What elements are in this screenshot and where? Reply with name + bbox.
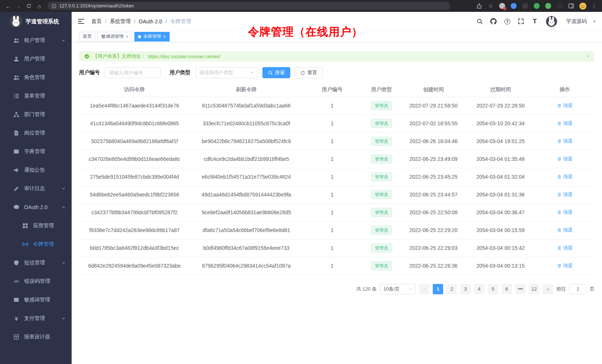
page-button-12[interactable]: 12 <box>529 284 539 294</box>
tab-close-icon[interactable]: × <box>126 34 128 39</box>
next-page-button[interactable]: › <box>543 284 553 294</box>
page-button-•••[interactable]: ••• <box>515 284 526 294</box>
extension-button-1[interactable] <box>497 1 507 11</box>
extension-button-5[interactable] <box>543 1 553 11</box>
sidebar-item-报表设计器[interactable]: 报表设计器 <box>0 328 72 346</box>
breadcrumb-separator: / <box>134 19 135 24</box>
browser-back-button[interactable]: ← <box>3 1 13 11</box>
page-button-3[interactable]: 3 <box>460 284 471 294</box>
force-logout-label: 强退 <box>563 138 573 145</box>
sidebar-item-令牌管理[interactable]: 令牌管理 <box>0 235 72 254</box>
help-button[interactable]: ? <box>503 17 511 26</box>
action-cell: 强退 <box>535 203 595 221</box>
action-cell: 强退 <box>535 132 595 150</box>
font-size-icon: T <box>533 18 537 25</box>
search-button[interactable] <box>476 17 484 26</box>
fullscreen-button[interactable] <box>517 17 525 26</box>
page-button-1[interactable]: 1 <box>433 284 443 294</box>
user-id-input[interactable] <box>105 67 161 78</box>
sidebar-item-通知公告[interactable]: 通知公告 <box>0 161 72 179</box>
pen-icon <box>13 186 19 192</box>
browser-reload-button[interactable] <box>24 1 34 11</box>
prev-page-button[interactable]: ‹ <box>419 284 429 294</box>
page-button-2[interactable]: 2 <box>446 284 457 294</box>
github-button[interactable] <box>490 17 498 26</box>
sidebar-item-租户管理[interactable]: 租户管理 <box>0 31 72 50</box>
extension-button-4[interactable] <box>532 1 542 11</box>
force-logout-button[interactable]: 强退 <box>557 209 573 216</box>
breadcrumb-item-OAuth 2.0[interactable]: OAuth 2.0 <box>139 19 162 24</box>
sidebar-item-部门管理[interactable]: 部门管理 <box>0 105 72 124</box>
doc-alert: 【用户体系】文档地址： https://doc.iocoder.cn/user-… <box>79 51 595 62</box>
page-button-4[interactable]: 4 <box>474 284 484 294</box>
breadcrumb-item-首页[interactable]: 首页 <box>91 18 102 25</box>
sidebar-item-错误码管理[interactable]: </>错误码管理 <box>0 272 72 291</box>
tab-close-icon[interactable]: × <box>163 34 166 39</box>
goto-label: 前往 <box>556 286 566 292</box>
side-panel-button[interactable] <box>566 1 576 11</box>
sidebar-item-字典管理[interactable]: 字典管理 <box>0 142 72 161</box>
sidebar-item-审计日志[interactable]: 审计日志 <box>0 179 72 198</box>
sidebar-item-角色管理[interactable]: 角色管理 <box>0 68 72 87</box>
people-icon <box>13 37 19 43</box>
sidebar-item-敏感词管理[interactable]: 敏感词管理 <box>0 291 72 309</box>
force-logout-button[interactable]: 强退 <box>557 156 573 162</box>
sidebar-item-岗位管理[interactable]: 岗位管理 <box>0 124 72 142</box>
github-icon <box>490 18 497 24</box>
force-logout-button[interactable]: 强退 <box>557 262 573 269</box>
page-button-6[interactable]: 6 <box>501 284 512 294</box>
force-logout-button[interactable]: 强退 <box>557 102 573 109</box>
force-logout-button[interactable]: 强退 <box>557 245 573 251</box>
force-logout-button[interactable]: 强退 <box>557 173 573 180</box>
expire-time-cell: 2054-03-04 01:32:04 <box>466 168 536 186</box>
browser-forward-button[interactable]: → <box>13 1 24 11</box>
sidebar-item-OAuth 2.0[interactable]: OAuth 2.0 <box>0 198 72 216</box>
breadcrumb-item-令牌管理: 令牌管理 <box>170 18 191 25</box>
user-type-tag: 管理员 <box>371 226 392 235</box>
sidebar-item-label: 通知公告 <box>24 167 66 173</box>
user-avatar[interactable] <box>546 16 557 27</box>
font-size-button[interactable]: T <box>531 17 539 26</box>
force-logout-button[interactable]: 强退 <box>557 138 573 145</box>
sidebar-item-用户管理[interactable]: 用户管理 <box>0 50 72 68</box>
code-icon: </> <box>13 278 19 284</box>
sidebar-fold-button[interactable] <box>78 19 85 24</box>
access-token-cell: c342377bf8b344799dcbf7bf095287f2 <box>79 203 190 221</box>
tab-令牌管理[interactable]: 令牌管理× <box>134 32 170 42</box>
refresh-token-cell: cdfc4ce9c2da4bb1bdf21b9918ff4be5 <box>190 150 303 168</box>
sidebar-item-短信管理[interactable]: 短信管理 <box>0 254 72 272</box>
browser-menu-button[interactable]: ⋮ <box>589 1 599 11</box>
tab-label: 敏感词管理 <box>101 33 124 40</box>
page-button-5[interactable]: 5 <box>488 284 498 294</box>
reset-button[interactable]: 重置 <box>295 67 323 78</box>
extension-button-3[interactable] <box>520 1 530 11</box>
sidebar-item-应用管理[interactable]: 应用管理 <box>0 216 72 235</box>
action-cell: 强退 <box>535 168 595 186</box>
alert-close-icon[interactable]: × <box>587 53 590 59</box>
bookmark-button[interactable]: ☆ <box>486 1 495 11</box>
search-submit-button[interactable]: 搜索 <box>262 67 290 78</box>
table-row: c342377bf8b344799dcbf7bf095287f29ce8ef2a… <box>79 203 595 221</box>
browser-home-button[interactable]: ⌂ <box>34 1 45 11</box>
sidebar-item-支付管理[interactable]: ¥支付管理 <box>0 309 72 328</box>
sidebar-item-菜单管理[interactable]: 菜单管理 <box>0 87 72 105</box>
user-name[interactable]: 芋道源码 <box>566 18 587 25</box>
force-logout-button[interactable]: 强退 <box>557 191 573 198</box>
force-logout-button[interactable]: 强退 <box>557 120 573 127</box>
page-size-select[interactable]: 10条/页 <box>380 284 416 294</box>
sidebar-logo[interactable]: 芋道管理系统 <box>0 12 72 31</box>
alert-doc-link[interactable]: https://doc.iocoder.cn/user-center/ <box>148 54 220 59</box>
force-logout-button[interactable]: 强退 <box>557 227 573 234</box>
sidebar-item-label: 字典管理 <box>24 148 66 155</box>
tab-敏感词管理[interactable]: 敏感词管理× <box>98 32 132 42</box>
user-type-select[interactable]: 请选择用户类型 <box>196 67 258 78</box>
breadcrumb-item-系统管理[interactable]: 系统管理 <box>110 18 131 25</box>
tab-首页[interactable]: 首页 <box>79 32 95 42</box>
address-bar[interactable]: 127.0.0.1:1024/system/oauth2/token <box>48 2 450 10</box>
profile-button[interactable] <box>578 1 588 11</box>
share-button[interactable] <box>474 1 484 11</box>
goto-page-input[interactable] <box>569 284 586 294</box>
user-id-cell: 1 <box>303 97 361 115</box>
extension-button-6[interactable] <box>555 1 565 11</box>
extension-button-2[interactable] <box>509 1 518 11</box>
